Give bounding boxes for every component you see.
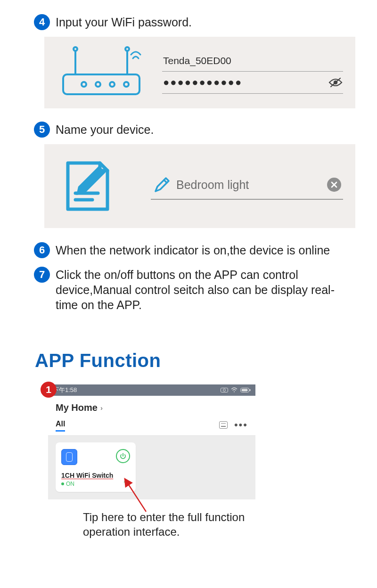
svg-point-4: [124, 82, 129, 87]
camera-icon: [221, 387, 228, 393]
edit-note-icon: [57, 155, 118, 217]
step-7-text: Click the on/off buttons on the APP can …: [56, 267, 348, 312]
device-card-name: 1CH WiFi Switch: [61, 472, 130, 479]
svg-point-6: [74, 47, 77, 51]
device-name-value: Bedroom light: [176, 178, 322, 192]
list-view-icon[interactable]: [219, 421, 228, 429]
svg-point-18: [234, 392, 235, 392]
power-icon: [120, 453, 126, 459]
app-function-tip-text: Tip here to enter the full function oper…: [83, 510, 278, 539]
wifi-password-masked: ●●●●●●●●●●●: [163, 76, 242, 89]
phone-statusbar: 下午1:58: [48, 384, 255, 396]
device-type-icon: [61, 449, 77, 465]
app-screenshot-frame: 下午1:58 My Home › All •••: [48, 384, 255, 499]
svg-point-17: [223, 389, 226, 392]
wifi-ssid-field[interactable]: Tenda_50ED00: [162, 50, 343, 72]
close-icon: [330, 181, 338, 188]
wifi-icon: [231, 387, 238, 393]
home-title-label: My Home: [56, 402, 98, 413]
name-device-panel: Bedroom light: [44, 144, 355, 228]
wifi-credentials-panel: Tenda_50ED00 ●●●●●●●●●●●: [44, 37, 355, 108]
svg-line-24: [125, 480, 146, 512]
step-badge-5: 5: [34, 122, 50, 138]
tabs-row: All •••: [48, 418, 255, 436]
svg-line-13: [164, 180, 167, 183]
step-badge-4: 4: [34, 14, 50, 30]
router-icon: [57, 44, 146, 100]
power-toggle-button[interactable]: [116, 449, 130, 463]
callout-arrow-icon: [122, 476, 150, 514]
battery-icon: [240, 387, 251, 393]
app-function-badge-1: 1: [41, 382, 57, 398]
wifi-password-field[interactable]: ●●●●●●●●●●●: [162, 72, 343, 94]
pencil-icon: [153, 175, 172, 194]
device-card-status: ON: [66, 481, 74, 487]
step-5-text: Name your device.: [56, 122, 154, 137]
step-6-text: When the network indicator is on,the dev…: [56, 242, 330, 258]
tab-all[interactable]: All: [56, 418, 65, 432]
device-name-input[interactable]: Bedroom light: [151, 172, 343, 200]
svg-rect-16: [221, 388, 228, 392]
svg-point-8: [125, 47, 129, 51]
svg-point-3: [110, 82, 115, 87]
svg-point-2: [96, 82, 100, 87]
clear-input-button[interactable]: [327, 178, 341, 192]
svg-rect-20: [250, 389, 251, 391]
chevron-right-icon: ›: [100, 404, 103, 412]
step-badge-7: 7: [34, 267, 50, 283]
step-4-text: Input your WiFi password.: [56, 14, 192, 30]
status-dot-icon: [61, 482, 64, 485]
step-badge-6: 6: [34, 242, 50, 258]
wifi-ssid-value: Tenda_50ED00: [163, 55, 231, 66]
more-menu-icon[interactable]: •••: [234, 423, 248, 427]
svg-point-1: [82, 82, 86, 87]
visibility-off-icon[interactable]: [328, 77, 343, 88]
svg-rect-21: [242, 389, 248, 392]
section-heading-app-function: APP Function: [35, 350, 377, 371]
home-title-row[interactable]: My Home ›: [48, 396, 255, 418]
